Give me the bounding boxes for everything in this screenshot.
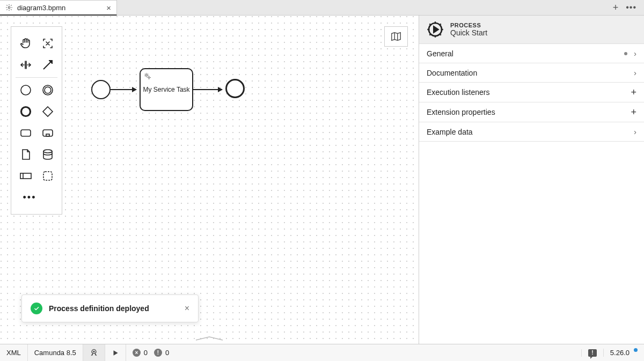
sequence-flow[interactable] bbox=[193, 89, 222, 90]
section-documentation[interactable]: Documentation › bbox=[419, 63, 644, 83]
participant-tool[interactable] bbox=[16, 166, 35, 186]
section-example-data[interactable]: Example data › bbox=[419, 122, 644, 142]
svg-point-1 bbox=[21, 85, 31, 95]
svg-point-3 bbox=[45, 87, 51, 93]
notification-toast: Process definition deployed × bbox=[21, 294, 199, 322]
version-label[interactable]: 5.26.0 bbox=[603, 349, 644, 357]
sequence-flow[interactable] bbox=[111, 89, 136, 90]
svg-point-14 bbox=[93, 351, 94, 352]
tab-close-icon[interactable]: × bbox=[106, 4, 111, 12]
section-execution-listeners[interactable]: Execution listeners + bbox=[419, 83, 644, 102]
feedback-icon: ! bbox=[588, 349, 597, 357]
notification-close[interactable]: × bbox=[185, 304, 189, 313]
error-icon: × bbox=[133, 349, 141, 357]
tool-palette: ••• bbox=[11, 26, 62, 215]
gateway-tool[interactable] bbox=[38, 102, 57, 121]
warning-icon: ! bbox=[154, 349, 162, 357]
tab-title: diagram3.bpmn bbox=[17, 4, 65, 12]
svg-point-0 bbox=[8, 6, 10, 9]
problems-indicator[interactable]: × 0 ! 0 bbox=[126, 344, 175, 361]
modified-indicator-icon bbox=[624, 52, 627, 55]
canvas[interactable]: ••• My Service Task bbox=[0, 16, 419, 344]
service-task[interactable]: My Service Task bbox=[140, 68, 193, 111]
section-extension-properties[interactable]: Extension properties + bbox=[419, 102, 644, 122]
space-tool[interactable] bbox=[16, 55, 35, 75]
lasso-tool[interactable] bbox=[38, 34, 57, 53]
subprocess-tool[interactable] bbox=[38, 123, 57, 143]
task-label: My Service Task bbox=[143, 86, 189, 93]
active-tab[interactable]: diagram3.bpmn × bbox=[0, 0, 117, 16]
gear-icon bbox=[5, 4, 13, 11]
chevron-right-icon: › bbox=[634, 49, 636, 58]
more-tools[interactable]: ••• bbox=[19, 188, 38, 207]
properties-panel: PROCESS Quick Start General › Documentat… bbox=[419, 16, 644, 344]
svg-rect-9 bbox=[20, 173, 31, 179]
start-event-tool[interactable] bbox=[16, 80, 35, 100]
intermediate-event-tool[interactable] bbox=[38, 80, 57, 100]
svg-rect-10 bbox=[43, 172, 52, 180]
rocket-icon bbox=[90, 349, 98, 357]
notification-message: Process definition deployed bbox=[49, 304, 149, 313]
play-icon bbox=[112, 349, 119, 357]
process-icon bbox=[427, 21, 444, 38]
svg-point-12 bbox=[148, 77, 150, 78]
status-bar: XML Camunda 8.5 × 0 ! 0 ! 5.26.0 bbox=[0, 344, 644, 361]
add-icon[interactable]: + bbox=[631, 107, 636, 117]
properties-type-label: PROCESS bbox=[450, 22, 487, 28]
properties-header: PROCESS Quick Start bbox=[419, 16, 644, 44]
service-task-icon bbox=[143, 72, 152, 80]
svg-point-8 bbox=[43, 150, 52, 153]
feedback-button[interactable]: ! bbox=[581, 349, 603, 357]
add-icon[interactable]: + bbox=[631, 87, 636, 97]
xml-toggle[interactable]: XML bbox=[0, 344, 28, 361]
svg-rect-6 bbox=[43, 130, 53, 136]
chevron-right-icon: › bbox=[634, 127, 636, 136]
new-tab-button[interactable]: + bbox=[613, 2, 619, 13]
task-tool[interactable] bbox=[16, 123, 35, 143]
svg-point-11 bbox=[145, 74, 147, 76]
deploy-button[interactable] bbox=[83, 344, 105, 361]
group-tool[interactable] bbox=[38, 166, 57, 186]
minimap-toggle[interactable] bbox=[384, 26, 408, 47]
panel-resize-handle[interactable] bbox=[193, 336, 225, 342]
success-icon bbox=[31, 303, 42, 314]
end-event-tool[interactable] bbox=[16, 102, 35, 121]
svg-rect-5 bbox=[21, 130, 31, 136]
end-event[interactable] bbox=[225, 79, 245, 98]
update-indicator-icon bbox=[634, 348, 638, 352]
svg-rect-7 bbox=[46, 134, 49, 136]
tab-bar: diagram3.bpmn × + ••• bbox=[0, 0, 644, 16]
tab-menu-button[interactable]: ••• bbox=[626, 3, 636, 12]
hand-tool[interactable] bbox=[16, 34, 35, 53]
run-button[interactable] bbox=[105, 344, 126, 361]
chevron-right-icon: › bbox=[634, 68, 636, 77]
start-event[interactable] bbox=[91, 80, 111, 99]
section-general[interactable]: General › bbox=[419, 44, 644, 63]
svg-point-4 bbox=[21, 107, 30, 116]
data-store-tool[interactable] bbox=[38, 145, 57, 164]
platform-label[interactable]: Camunda 8.5 bbox=[28, 344, 83, 361]
data-object-tool[interactable] bbox=[16, 145, 35, 164]
connect-tool[interactable] bbox=[38, 55, 57, 75]
properties-name-value: Quick Start bbox=[450, 28, 487, 37]
